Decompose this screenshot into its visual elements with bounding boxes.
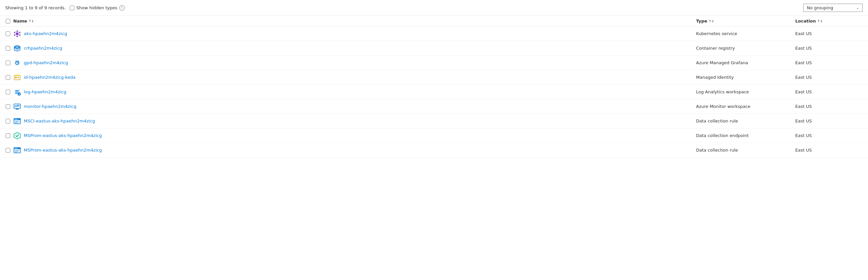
svg-point-29 bbox=[16, 119, 16, 119]
cell-type-2: Azure Managed Grafana bbox=[696, 60, 795, 65]
table-row: aks-hpaehn2m4zicg Kubernetes service Eas… bbox=[0, 26, 868, 41]
row-checkbox-cell[interactable] bbox=[0, 90, 13, 94]
row-checkbox-7[interactable] bbox=[6, 133, 10, 138]
column-location-label: Location bbox=[795, 19, 816, 24]
row-checkbox-cell[interactable] bbox=[0, 75, 13, 80]
svg-rect-42 bbox=[15, 152, 17, 152]
svg-rect-33 bbox=[15, 123, 17, 123]
resource-link-2[interactable]: gpd-hpaehn2m4zicg bbox=[24, 60, 68, 65]
row-checkbox-3[interactable] bbox=[6, 75, 10, 80]
toolbar-left: Showing 1 to 9 of 9 records. Show hidden… bbox=[5, 5, 803, 10]
svg-rect-15 bbox=[17, 77, 20, 78]
row-checkbox-cell[interactable] bbox=[0, 133, 13, 138]
grafana-icon bbox=[13, 59, 21, 67]
row-checkbox-5[interactable] bbox=[6, 104, 10, 109]
toolbar-right: No grouping ⌄ bbox=[803, 4, 863, 12]
resource-link-4[interactable]: log-hpaehn2m4zicg bbox=[24, 89, 66, 94]
svg-point-2 bbox=[17, 30, 18, 32]
show-hidden-label[interactable]: Show hidden types bbox=[76, 5, 117, 10]
cell-type-8: Data collection rule bbox=[696, 148, 795, 152]
type-sort-icon: ↑↓ bbox=[709, 19, 714, 23]
row-checkbox-cell[interactable] bbox=[0, 104, 13, 109]
svg-rect-20 bbox=[15, 92, 18, 92]
column-header-type[interactable]: Type ↑↓ bbox=[696, 19, 795, 24]
table-row: MSProm-eastus-aks-hpaehn2m4zicg Data col… bbox=[0, 129, 868, 143]
location-sort-icon: ↑↓ bbox=[817, 19, 823, 23]
table-row: gpd-hpaehn2m4zicg Azure Managed Grafana … bbox=[0, 56, 868, 70]
svg-point-6 bbox=[14, 34, 15, 36]
grouping-dropdown[interactable]: No grouping ⌄ bbox=[803, 4, 863, 12]
cell-location-8: East US bbox=[795, 148, 868, 152]
svg-point-14 bbox=[15, 77, 17, 78]
aks-icon bbox=[13, 30, 21, 38]
container-icon bbox=[13, 44, 21, 52]
cell-location-6: East US bbox=[795, 118, 868, 123]
table-body: aks-hpaehn2m4zicg Kubernetes service Eas… bbox=[0, 26, 868, 158]
cell-location-0: East US bbox=[795, 31, 868, 36]
row-checkbox-cell[interactable] bbox=[0, 46, 13, 51]
cell-name-2: gpd-hpaehn2m4zicg bbox=[13, 59, 696, 67]
row-checkbox-cell[interactable] bbox=[0, 119, 13, 123]
resource-link-7[interactable]: MSProm-eastus-aks-hpaehn2m4zicg bbox=[24, 133, 102, 138]
resource-link-0[interactable]: aks-hpaehn2m4zicg bbox=[24, 31, 67, 36]
resource-link-3[interactable]: id-hpaehn2m4zicg-keda bbox=[24, 75, 76, 80]
svg-point-37 bbox=[14, 148, 15, 149]
info-icon[interactable]: i bbox=[119, 5, 125, 10]
column-header-name[interactable]: Name ↑↓ bbox=[13, 19, 696, 24]
name-sort-icon: ↑↓ bbox=[28, 19, 34, 23]
svg-point-38 bbox=[16, 148, 16, 149]
cell-location-4: East US bbox=[795, 89, 868, 94]
select-all-cell[interactable] bbox=[0, 19, 13, 24]
svg-point-1 bbox=[16, 32, 19, 35]
svg-rect-21 bbox=[15, 93, 17, 94]
row-checkbox-1[interactable] bbox=[6, 46, 10, 51]
select-all-checkbox[interactable] bbox=[6, 19, 10, 24]
cell-type-0: Kubernetes service bbox=[696, 31, 795, 36]
cell-type-3: Managed Identity bbox=[696, 75, 795, 80]
table-row: crhpaehn2m4zicg Container registry East … bbox=[0, 41, 868, 56]
row-checkbox-4[interactable] bbox=[6, 90, 10, 94]
cell-name-7: MSProm-eastus-aks-hpaehn2m4zicg bbox=[13, 132, 696, 140]
svg-rect-24 bbox=[16, 109, 18, 109]
cell-type-1: Container registry bbox=[696, 46, 795, 51]
cell-type-4: Log Analytics workspace bbox=[696, 89, 795, 94]
svg-point-5 bbox=[19, 32, 21, 33]
svg-rect-25 bbox=[16, 109, 19, 110]
dcr-icon bbox=[13, 117, 21, 125]
row-checkbox-cell[interactable] bbox=[0, 148, 13, 152]
resource-link-6[interactable]: MSCI-eastus-aks-hpaehn2m4zicg bbox=[24, 118, 95, 123]
cell-type-7: Data collection endpoint bbox=[696, 133, 795, 138]
cell-name-5: monitor-hpaehn2m4zicg bbox=[13, 103, 696, 111]
column-header-location[interactable]: Location ↑↓ bbox=[795, 19, 868, 24]
cell-name-1: crhpaehn2m4zicg bbox=[13, 44, 696, 52]
cell-name-4: log-hpaehn2m4zicg bbox=[13, 88, 696, 96]
svg-point-28 bbox=[14, 119, 15, 119]
row-checkbox-cell[interactable] bbox=[0, 31, 13, 36]
cell-name-3: id-hpaehn2m4zicg-keda bbox=[13, 74, 696, 81]
cell-location-5: East US bbox=[795, 104, 868, 109]
row-checkbox-6[interactable] bbox=[6, 119, 10, 123]
show-hidden-checkbox[interactable] bbox=[70, 6, 74, 10]
table-row: monitor-hpaehn2m4zicg Azure Monitor work… bbox=[0, 99, 868, 114]
resource-link-1[interactable]: crhpaehn2m4zicg bbox=[24, 46, 62, 51]
svg-marker-34 bbox=[14, 132, 21, 139]
resource-link-5[interactable]: monitor-hpaehn2m4zicg bbox=[24, 104, 76, 109]
cell-type-6: Data collection rule bbox=[696, 118, 795, 123]
svg-point-10 bbox=[16, 46, 18, 47]
resource-link-8[interactable]: MSProm-eastus-aks-hpaehn2m4zicg bbox=[24, 148, 102, 152]
svg-rect-41 bbox=[15, 151, 18, 151]
cell-location-7: East US bbox=[795, 133, 868, 138]
svg-rect-16 bbox=[17, 78, 19, 79]
toolbar: Showing 1 to 9 of 9 records. Show hidden… bbox=[0, 0, 868, 16]
row-checkbox-0[interactable] bbox=[6, 31, 10, 36]
table-row: log-hpaehn2m4zicg Log Analytics workspac… bbox=[0, 85, 868, 99]
row-checkbox-8[interactable] bbox=[6, 148, 10, 152]
cell-name-8: MSProm-eastus-aks-hpaehn2m4zicg bbox=[13, 146, 696, 154]
table-row: id-hpaehn2m4zicg-keda Managed Identity E… bbox=[0, 70, 868, 85]
row-checkbox-cell[interactable] bbox=[0, 61, 13, 65]
identity-icon bbox=[13, 74, 21, 81]
svg-rect-32 bbox=[15, 122, 18, 122]
svg-rect-31 bbox=[15, 121, 20, 121]
resource-table: Name ↑↓ Type ↑↓ Location ↑↓ bbox=[0, 16, 868, 158]
row-checkbox-2[interactable] bbox=[6, 61, 10, 65]
